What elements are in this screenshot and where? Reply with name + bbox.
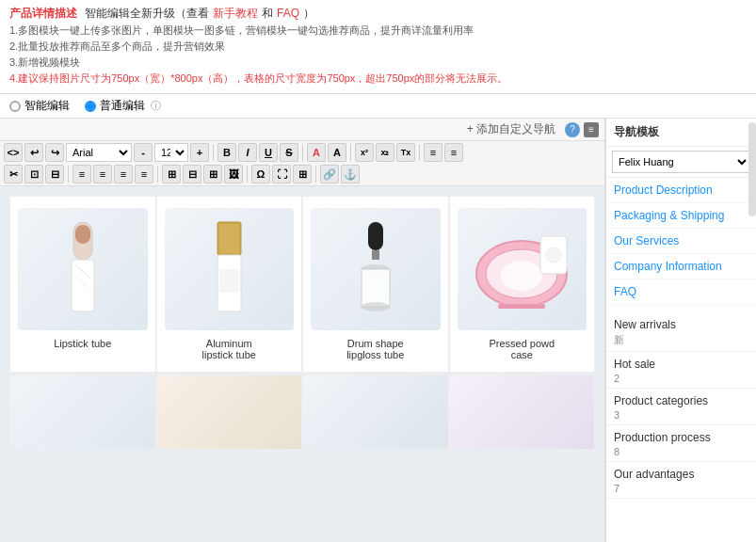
tip-1: 1.多图模块一键上传多张图片，单图模块一图多链，营销模块一键勾选推荐商品，提升商… (9, 24, 747, 38)
special-char-btn[interactable]: Ω (251, 165, 270, 183)
sidebar-nav-company[interactable]: Company Information (606, 254, 756, 279)
content-canvas[interactable]: Lipstick tube (0, 186, 604, 542)
strikethrough-btn[interactable]: S (280, 143, 298, 162)
product-item-aluminum: Aluminum lipstick tube (156, 196, 303, 373)
highlight-btn[interactable]: A (328, 143, 346, 162)
product-placeholder-2 (156, 375, 303, 450)
product-img-powder (458, 208, 587, 330)
font-size-up-btn[interactable]: + (190, 143, 209, 162)
nav-icon-question[interactable]: ? (565, 122, 580, 137)
svg-rect-6 (219, 224, 239, 253)
align-center-btn[interactable]: ≡ (93, 165, 112, 183)
sidebar-nav-product-description[interactable]: Product Description (606, 178, 756, 203)
smart-edit-radio[interactable] (9, 101, 21, 112)
underline-btn[interactable]: U (259, 143, 278, 162)
svg-rect-10 (372, 250, 379, 260)
font-family-select[interactable]: Arial (66, 143, 132, 162)
mode-bar: 智能编辑 普通编辑 ⓘ (0, 94, 756, 119)
fullscreen-btn[interactable]: ⛶ (272, 165, 291, 183)
sidebar-section-our-advantages[interactable]: Our advantages (606, 462, 756, 483)
product-placeholder-3 (302, 375, 449, 450)
nav-icon-menu[interactable]: ≡ (584, 122, 599, 137)
sidebar-select-wrap: Felix Huang (606, 147, 756, 178)
sidebar-section-production-process-sub: 8 (606, 446, 756, 462)
drum-lipgloss-img (352, 217, 399, 321)
product-label-lipstick: Lipstick tube (18, 338, 148, 349)
smart-edit-option[interactable]: 智能编辑 (9, 98, 70, 114)
font-size-select[interactable]: 12 (154, 143, 188, 162)
copy-btn[interactable]: ⊡ (24, 165, 43, 183)
sidebar-nav-services[interactable]: Our Services (606, 229, 756, 254)
toolbar: <> ↩ ↪ Arial - 12 + B I U S A A (0, 141, 604, 186)
upgrade-text: 智能编辑全新升级（查看 (85, 6, 209, 22)
align-left-btn[interactable]: ≡ (72, 165, 91, 183)
sidebar-scrollbar[interactable] (748, 122, 756, 216)
sidebar-user-select[interactable]: Felix Huang (612, 151, 750, 173)
image-btn[interactable]: 🖼 (224, 165, 243, 183)
font-size-down-btn[interactable]: - (134, 143, 153, 162)
svg-point-19 (546, 247, 561, 263)
product-placeholder-1 (9, 375, 156, 450)
tip-3: 3.新增视频模块 (9, 56, 747, 70)
table-btn[interactable]: ⊞ (203, 165, 222, 183)
top-bar: 产品详情描述 智能编辑全新升级（查看 新手教程 和 FAQ ） 1.多图模块一键… (0, 0, 756, 94)
ul-btn[interactable]: ≡ (444, 143, 463, 162)
product-img-aluminum (165, 208, 295, 330)
indent-btn[interactable]: Tx (396, 143, 415, 162)
product-item-powder: Pressed powd case (449, 196, 596, 373)
product-grid: Lipstick tube (9, 196, 595, 373)
paste-btn[interactable]: ⊟ (45, 165, 64, 183)
sidebar-section-new-arrivals[interactable]: New arrivals (606, 312, 756, 333)
aluminum-lipstick-img (203, 217, 255, 321)
subscript-btn[interactable]: x₂ (376, 143, 394, 162)
bold-btn[interactable]: B (217, 143, 236, 162)
anchor-btn[interactable]: ⚓ (341, 165, 360, 183)
source-btn[interactable]: ⊞ (293, 165, 312, 183)
normal-edit-option[interactable]: 普通编辑 ⓘ (85, 98, 161, 114)
align-justify-btn[interactable]: ≡ (135, 165, 153, 183)
link-btn[interactable]: 🔗 (320, 165, 339, 183)
product-img-lipstick (18, 208, 148, 330)
normal-edit-radio[interactable] (85, 101, 96, 112)
sidebar-section-our-advantages-sub: 7 (606, 483, 756, 499)
italic-btn[interactable]: I (238, 143, 257, 162)
redo-btn[interactable]: ↪ (45, 143, 64, 162)
powder-case-img (470, 227, 573, 311)
ol-btn[interactable]: ≡ (424, 143, 442, 162)
svg-point-16 (501, 261, 542, 291)
sidebar-section-hot-sale-sub: 2 (606, 373, 756, 389)
svg-rect-9 (368, 222, 383, 250)
divider-1 (213, 144, 214, 161)
svg-rect-2 (72, 260, 94, 311)
sidebar: 导航模板 Felix Huang Product Description Pac… (605, 119, 756, 542)
sidebar-section-production-process[interactable]: Production process (606, 425, 756, 446)
font-color-btn[interactable]: A (307, 143, 326, 162)
product-grid-row2 (9, 375, 595, 450)
toolbar-row-2: ✂ ⊡ ⊟ ≡ ≡ ≡ ≡ ⊞ ⊟ ⊞ 🖼 Ω ⛶ ⊞ 🔗 ⚓ (4, 165, 360, 183)
product-item-lipstick: Lipstick tube (9, 196, 156, 373)
sidebar-nav-packaging[interactable]: Packaging & Shipping (606, 203, 756, 229)
add-nav-btn[interactable]: + 添加自定义导航 (467, 121, 555, 137)
product-label-powder: Pressed powd case (458, 338, 587, 360)
divider-2 (302, 144, 303, 161)
top-bar-title: 产品详情描述 (9, 6, 77, 22)
indent-decrease-btn[interactable]: ⊟ (183, 165, 201, 183)
sidebar-section-hot-sale[interactable]: Hot sale (606, 352, 756, 373)
align-right-btn[interactable]: ≡ (114, 165, 133, 183)
sidebar-section-product-categories[interactable]: Product categories (606, 389, 756, 409)
indent-increase-btn[interactable]: ⊞ (162, 165, 181, 183)
superscript-btn[interactable]: x² (355, 143, 374, 162)
divider-3 (350, 144, 351, 161)
normal-edit-label: 普通编辑 (100, 98, 145, 114)
sidebar-nav-faq[interactable]: FAQ (606, 279, 756, 305)
divider-4 (419, 144, 420, 161)
code-btn[interactable]: <> (4, 143, 23, 162)
cut-btn[interactable]: ✂ (4, 165, 23, 183)
lipstick-tube-img (55, 217, 111, 321)
tutorial-link[interactable]: 新手教程 (213, 6, 258, 22)
toolbar-row-1: <> ↩ ↪ Arial - 12 + B I U S A A (4, 143, 463, 162)
editor-area: + 添加自定义导航 ? ≡ <> ↩ ↪ Arial - 12 + (0, 119, 756, 542)
faq-link[interactable]: FAQ (277, 7, 299, 20)
divider-7 (247, 166, 248, 183)
undo-btn[interactable]: ↩ (24, 143, 43, 162)
